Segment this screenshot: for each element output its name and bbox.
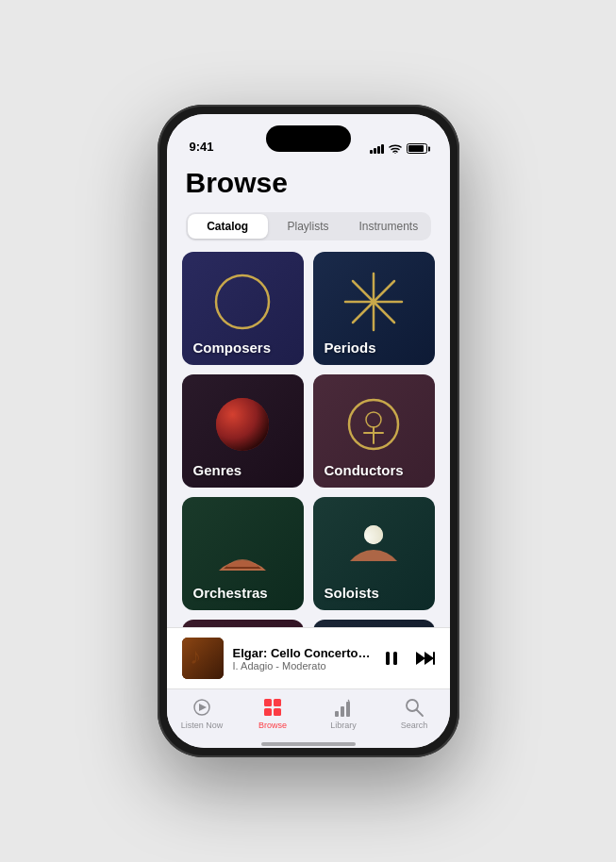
pause-icon	[382, 649, 401, 668]
skip-forward-icon	[414, 649, 435, 668]
svg-rect-34	[264, 708, 272, 716]
now-playing-bar[interactable]: ♪ Elgar: Cello Concerto in... I. Adagio …	[167, 627, 450, 688]
track-info: Elgar: Cello Concerto in... I. Adagio - …	[233, 646, 373, 671]
card-orchestras[interactable]: Orchestras	[182, 497, 304, 610]
periods-label: Periods	[325, 340, 376, 356]
svg-rect-23	[182, 638, 224, 679]
battery-icon	[407, 143, 427, 154]
browse-icon	[262, 697, 283, 718]
phone-frame: 9:41	[158, 105, 459, 757]
tab-instruments[interactable]: Instruments	[348, 214, 428, 239]
tab-bar-search[interactable]: Search	[379, 697, 450, 730]
periods-icon	[341, 269, 407, 335]
svg-rect-36	[335, 711, 339, 717]
svg-point-7	[216, 398, 269, 451]
svg-rect-29	[433, 652, 435, 665]
tab-playlists[interactable]: Playlists	[268, 214, 348, 239]
card-periods[interactable]: Periods	[313, 252, 435, 365]
card-choirs[interactable]: Choirs	[313, 620, 435, 627]
album-art-graphic: ♪	[182, 638, 224, 679]
main-content: Browse Catalog Playlists Instruments Com…	[167, 159, 450, 627]
svg-point-1	[216, 275, 269, 328]
card-composers[interactable]: Composers	[182, 252, 304, 365]
soloists-icon	[341, 514, 407, 580]
svg-point-0	[394, 153, 396, 154]
pause-button[interactable]	[382, 649, 401, 668]
svg-text:♪: ♪	[190, 643, 201, 669]
svg-rect-38	[346, 702, 350, 717]
orchestras-icon	[209, 514, 275, 580]
status-icons	[370, 143, 427, 154]
tab-selector: Catalog Playlists Instruments	[186, 212, 431, 240]
dynamic-island	[266, 125, 351, 152]
catalog-grid: Composers Periods	[167, 252, 450, 627]
library-icon	[333, 697, 354, 718]
tab-bar: Listen Now Browse Library	[167, 688, 450, 743]
listen-now-label: Listen Now	[181, 721, 224, 730]
signal-bars-icon	[370, 144, 384, 154]
tab-bar-listen-now[interactable]: Listen Now	[167, 697, 238, 730]
svg-rect-35	[274, 708, 281, 716]
composers-label: Composers	[193, 340, 272, 356]
skip-forward-button[interactable]	[414, 649, 435, 668]
tab-bar-library[interactable]: Library	[308, 697, 379, 730]
search-icon	[404, 697, 425, 718]
conductors-icon	[341, 391, 407, 457]
svg-rect-37	[341, 706, 344, 717]
home-bar	[261, 742, 356, 746]
conductors-label: Conductors	[325, 462, 404, 478]
card-ensembles[interactable]: Ensembles	[182, 620, 304, 627]
svg-line-40	[417, 710, 424, 717]
status-time: 9:41	[190, 140, 214, 154]
svg-marker-28	[425, 652, 434, 665]
svg-rect-25	[386, 652, 390, 665]
search-label: Search	[401, 721, 428, 730]
listen-now-icon	[191, 697, 212, 718]
svg-rect-33	[274, 699, 281, 706]
soloists-label: Soloists	[325, 585, 379, 601]
home-indicator	[167, 743, 450, 748]
card-conductors[interactable]: Conductors	[313, 374, 435, 488]
svg-point-13	[364, 525, 383, 544]
browse-header: Browse Catalog Playlists Instruments	[167, 159, 450, 252]
genres-label: Genres	[193, 462, 242, 478]
svg-point-9	[366, 412, 381, 427]
playback-controls	[382, 649, 435, 668]
phone-screen: 9:41	[167, 114, 450, 748]
svg-rect-32	[264, 699, 272, 706]
page-title: Browse	[186, 167, 431, 199]
tab-bar-browse[interactable]: Browse	[238, 697, 308, 730]
composers-icon	[209, 269, 275, 335]
genres-icon	[209, 391, 275, 457]
album-art: ♪	[182, 638, 224, 679]
tab-catalog[interactable]: Catalog	[188, 214, 268, 239]
track-subtitle: I. Adagio - Moderato	[233, 660, 373, 671]
svg-marker-27	[416, 652, 425, 665]
orchestras-label: Orchestras	[193, 585, 268, 601]
svg-marker-31	[199, 704, 207, 711]
browse-tab-label: Browse	[258, 721, 287, 730]
svg-rect-26	[393, 652, 397, 665]
card-soloists[interactable]: Soloists	[313, 497, 435, 610]
library-label: Library	[330, 721, 357, 730]
track-title: Elgar: Cello Concerto in...	[233, 646, 373, 660]
wifi-icon	[389, 143, 402, 154]
card-genres[interactable]: Genres	[182, 374, 304, 488]
